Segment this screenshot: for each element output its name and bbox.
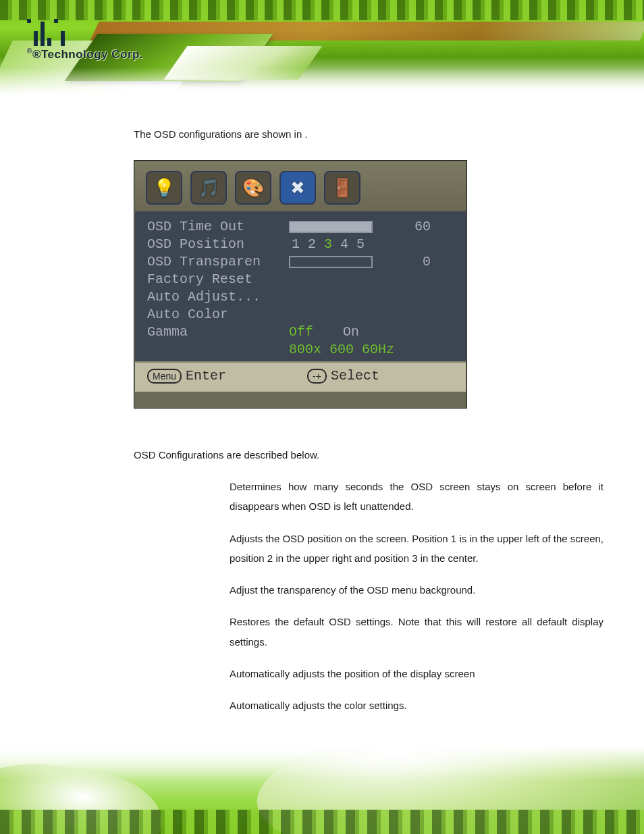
osd-row-timeout[interactable]: OSD Time Out 60	[147, 218, 454, 236]
osd-row-auto-color[interactable]: Auto Color	[147, 306, 454, 323]
osd-screenshot: 💡 🎵 🎨 ✖ 🚪 OSD Time Out 60 OSD Position 1…	[134, 160, 467, 409]
osd-label: Gamma	[147, 323, 289, 341]
osd-tab-bar: 💡 🎵 🎨 ✖ 🚪	[135, 161, 466, 211]
music-icon: 🎵	[198, 178, 219, 199]
description-list: Determines how many seconds the OSD scre…	[230, 477, 603, 715]
osd-row-position[interactable]: OSD Position 12345	[147, 236, 454, 253]
select-label: Select	[331, 368, 379, 384]
enter-label: Enter	[186, 368, 226, 384]
osd-gamma-off: Off	[289, 323, 313, 341]
osd-label: Auto Color	[147, 306, 289, 323]
decor-fade	[0, 68, 644, 95]
decor-fade	[0, 746, 644, 780]
plusminus-key-icon: -+	[307, 369, 327, 384]
desc-auto-adjust: Automatically adjusts the position of th…	[230, 664, 603, 683]
page-content: The OSD configurations are shown in . 💡 …	[134, 128, 603, 727]
brand-label: ®Technology Corp.	[32, 48, 143, 61]
subtext: OSD Configurations are described below.	[134, 449, 603, 461]
osd-label: Factory Reset	[147, 271, 289, 288]
osd-row-factory-reset[interactable]: Factory Reset	[147, 271, 454, 288]
osd-select-hint: -+ Select	[307, 368, 379, 384]
desc-timeout: Determines how many seconds the OSD scre…	[230, 477, 603, 517]
osd-row-transparency[interactable]: OSD Transparen 0	[147, 253, 454, 271]
intro-text: The OSD configurations are shown in .	[134, 128, 603, 140]
osd-label: Auto Adjust...	[147, 288, 289, 306]
palette-icon: 🎨	[242, 178, 264, 199]
exit-icon: 🚪	[331, 178, 353, 199]
tools-icon: ✖	[290, 178, 305, 199]
bulb-icon: 💡	[153, 178, 175, 199]
osd-resolution: 800x 600 60Hz	[289, 341, 451, 359]
osd-label: OSD Time Out	[147, 218, 289, 236]
osd-tab-color[interactable]: 🎨	[235, 171, 271, 205]
desc-position: Adjusts the OSD position on the screen. …	[230, 529, 603, 569]
osd-label: OSD Position	[147, 236, 289, 253]
osd-label: OSD Transparen	[147, 253, 289, 271]
menu-key-icon: Menu	[147, 369, 182, 384]
osd-tab-audio[interactable]: 🎵	[190, 171, 227, 205]
bottom-banner	[0, 746, 644, 834]
slider-icon	[289, 221, 373, 233]
osd-row-resolution: 800x 600 60Hz	[147, 341, 454, 359]
brand-text: ®®Technology Corp.	[27, 47, 143, 61]
top-banner: ®®Technology Corp.	[0, 0, 644, 95]
osd-tab-settings[interactable]: ✖	[279, 171, 316, 205]
desc-transparency: Adjust the transparency of the OSD menu …	[230, 580, 603, 600]
osd-body: OSD Time Out 60 OSD Position 12345 OSD T…	[135, 211, 466, 361]
osd-tab-brightness[interactable]: 💡	[146, 171, 182, 205]
osd-value: 0	[390, 253, 431, 271]
osd-enter-hint: Menu Enter	[147, 368, 226, 384]
desc-factory-reset: Restores the default OSD settings. Note …	[230, 612, 603, 652]
osd-row-gamma[interactable]: Gamma Off On	[147, 323, 454, 341]
osd-gamma-on: On	[343, 323, 359, 341]
osd-position-options: 12345	[289, 236, 390, 253]
slider-icon	[289, 256, 373, 268]
osd-value: 60	[390, 218, 431, 236]
osd-row-auto-adjust[interactable]: Auto Adjust...	[147, 288, 454, 306]
osd-tab-exit[interactable]: 🚪	[324, 171, 360, 205]
osd-footer: Menu Enter -+ Select	[135, 361, 466, 392]
desc-auto-color: Automatically adjusts the color settings…	[230, 696, 603, 715]
brand-logo	[27, 19, 65, 46]
